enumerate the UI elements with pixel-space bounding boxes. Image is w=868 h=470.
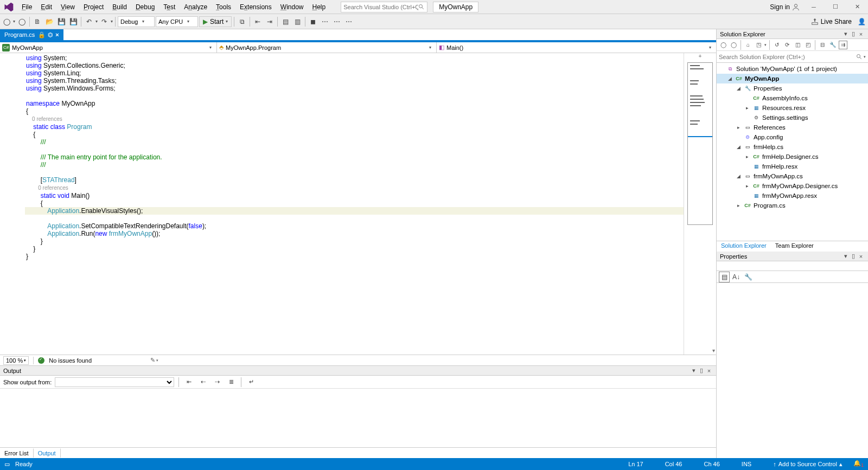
source-control-button[interactable]: ↑ Add to Source Control ▴ (773, 461, 843, 468)
node-assemblyinfo[interactable]: C#AssemblyInfo.cs (717, 93, 868, 103)
node-solution[interactable]: ⧉Solution 'MyOwnApp' (1 of 1 project) (717, 64, 868, 74)
feedback-icon[interactable]: 👤 (856, 16, 867, 27)
output-clear-icon[interactable]: ≣ (226, 377, 237, 388)
menu-extensions[interactable]: Extensions (235, 1, 276, 13)
node-properties[interactable]: ◢🔧Properties (717, 83, 868, 93)
open-file-icon[interactable]: 📂 (44, 16, 55, 27)
step-icon[interactable]: ⧉ (237, 16, 247, 27)
uncomment-icon[interactable]: ▥ (292, 16, 303, 27)
se-collapse-icon[interactable]: ◫ (793, 41, 802, 49)
zoom-combo[interactable]: 100 %▾ (3, 356, 29, 365)
close-button[interactable]: ✕ (846, 2, 868, 12)
menu-help[interactable]: Help (308, 1, 330, 13)
prop-events-icon[interactable]: 🔧 (743, 272, 754, 282)
tab-team-explorer[interactable]: Team Explorer (771, 241, 818, 252)
se-view-icon[interactable]: ⇉ (839, 41, 847, 49)
solution-explorer-title[interactable]: Solution Explorer ▾ ▯ × (717, 29, 868, 39)
tb-misc-3[interactable]: ⋯ (343, 16, 354, 27)
config-combo[interactable]: Debug▾ (118, 16, 155, 27)
nav-class[interactable]: ⬘ MyOwnApp.Program ▾ (217, 42, 437, 53)
menu-debug[interactable]: Debug (131, 1, 159, 13)
se-showall-icon[interactable]: ◰ (803, 41, 812, 49)
node-frmhelp-designer[interactable]: ▸C#frmHelp.Designer.cs (717, 152, 868, 162)
node-frmhelp[interactable]: ◢▭frmHelp.cs (717, 142, 868, 152)
se-fwd-icon[interactable]: ◯ (729, 41, 738, 49)
output-header[interactable]: Output ▾ ▯ × (0, 366, 716, 376)
indent-less-icon[interactable]: ⇤ (252, 16, 263, 27)
tb-misc-1[interactable]: ⋯ (320, 16, 330, 27)
se-dd-icon[interactable]: ▾ (842, 30, 850, 37)
nav-project[interactable]: C# MyOwnApp ▾ (0, 42, 217, 53)
node-project[interactable]: ◢C#MyOwnApp (717, 74, 868, 83)
minimize-button[interactable]: ─ (803, 2, 825, 12)
minimap[interactable]: + ▾ (684, 53, 716, 355)
node-program[interactable]: ▸C#Program.cs (717, 201, 868, 210)
undo-icon[interactable]: ↶ (84, 16, 94, 27)
notifications-icon[interactable]: 🔔1 (853, 460, 864, 468)
pane-dropdown-icon[interactable]: ▾ (690, 367, 698, 374)
menu-tools[interactable]: Tools (212, 1, 235, 13)
platform-combo[interactable]: Any CPU▾ (156, 16, 198, 27)
new-project-icon[interactable]: 🗎 (32, 16, 43, 27)
prop-alpha-icon[interactable]: A↓ (731, 272, 742, 282)
maximize-button[interactable]: ☐ (825, 2, 846, 12)
pane-pin-icon[interactable]: ▯ (698, 367, 705, 374)
nav-fwd-icon[interactable]: ◯ (16, 16, 27, 27)
code-editor[interactable]: using System; using System.Collections.G… (25, 53, 684, 355)
menu-project[interactable]: Project (79, 1, 108, 13)
output-from-combo[interactable] (55, 377, 174, 387)
save-all-icon[interactable]: 💾 (68, 16, 79, 27)
node-settings[interactable]: ⚙Settings.settings (717, 113, 868, 123)
node-frmapp-designer[interactable]: ▸C#frmMyOwnApp.Designer.cs (717, 181, 868, 191)
menu-test[interactable]: Test (159, 1, 180, 13)
quick-launch-search[interactable] (341, 2, 427, 12)
menu-file[interactable]: File (17, 1, 36, 13)
output-wrap-icon[interactable]: ↵ (246, 377, 257, 388)
menu-window[interactable]: Window (276, 1, 308, 13)
pane-close-icon[interactable]: × (705, 368, 713, 374)
node-frmapp[interactable]: ◢▭frmMyOwnApp.cs (717, 171, 868, 181)
node-references[interactable]: ▸▭References (717, 123, 868, 132)
scroll-down-icon[interactable]: ▾ (712, 347, 715, 353)
pin-icon[interactable]: ⏣ (48, 31, 53, 38)
se-sync-icon[interactable]: ↺ (773, 41, 781, 49)
prop-pin-icon[interactable]: ▯ (850, 253, 857, 260)
se-properties-icon[interactable]: ⊟ (818, 41, 827, 49)
properties-title[interactable]: Properties ▾ ▯ × (717, 252, 868, 261)
pen-menu[interactable]: ✎▾ (150, 357, 158, 364)
output-body[interactable] (0, 389, 716, 447)
tab-output[interactable]: Output (33, 448, 61, 458)
bookmark-icon[interactable]: ◼ (308, 16, 318, 27)
menu-build[interactable]: Build (108, 1, 131, 13)
tab-error-list[interactable]: Error List (0, 449, 33, 458)
comment-icon[interactable]: ▤ (280, 16, 291, 27)
tab-program-cs[interactable]: Program.cs 🔒⏣× (0, 29, 63, 40)
menu-view[interactable]: View (56, 1, 79, 13)
se-scope-icon[interactable]: ◳ (754, 41, 763, 49)
se-home-icon[interactable]: ⌂ (744, 41, 752, 49)
se-close-icon[interactable]: × (857, 31, 865, 37)
search-input[interactable] (343, 4, 418, 10)
se-preview-icon[interactable]: 🔧 (828, 41, 837, 49)
node-frmapp-resx[interactable]: ▦frmMyOwnApp.resx (717, 191, 868, 201)
se-pin-icon[interactable]: ▯ (850, 30, 857, 37)
properties-grid[interactable] (717, 283, 868, 458)
tb-misc-2[interactable]: ⋯ (331, 16, 342, 27)
save-icon[interactable]: 💾 (56, 16, 67, 27)
properties-object-combo[interactable] (717, 261, 868, 271)
node-appconfig[interactable]: ⚙App.config (717, 132, 868, 142)
prop-dd-icon[interactable]: ▾ (842, 253, 850, 260)
menu-analyze[interactable]: Analyze (180, 1, 212, 13)
close-tab-icon[interactable]: × (55, 31, 59, 38)
menu-edit[interactable]: Edit (36, 1, 56, 13)
live-share-button[interactable]: Live Share (808, 18, 855, 25)
indent-more-icon[interactable]: ⇥ (264, 16, 275, 27)
solution-name-combo[interactable]: MyOwnApp (433, 2, 478, 12)
solution-search[interactable]: ▾ (717, 51, 868, 63)
redo-icon[interactable]: ↷ (99, 16, 110, 27)
prop-close-icon[interactable]: × (857, 253, 865, 260)
output-next-icon[interactable]: ⇢ (212, 377, 222, 388)
solution-tree[interactable]: ⧉Solution 'MyOwnApp' (1 of 1 project) ◢C… (717, 63, 868, 241)
se-refresh-icon[interactable]: ⟳ (783, 41, 792, 49)
output-goto-icon[interactable]: ⇤ (183, 377, 194, 388)
